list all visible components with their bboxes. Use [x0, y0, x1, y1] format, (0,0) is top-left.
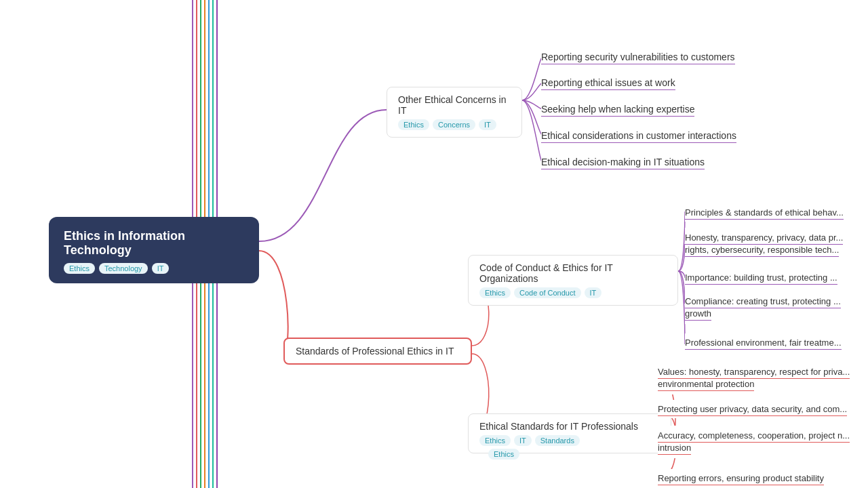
leaf-principles[interactable]: Principles & standards of ethical behav.… [685, 203, 844, 222]
leaf-compliance[interactable]: Compliance: creating trust, protecting .… [685, 291, 841, 324]
tag-standards: Standards [535, 435, 580, 446]
leaf-accuracy[interactable]: Accuracy, completeness, cooperation, pro… [658, 426, 850, 458]
leaf-text-compliance: Compliance: creating trust, protecting .… [685, 296, 841, 321]
code-conduct-tags: Ethics Code of Conduct IT [479, 287, 667, 298]
leaf-honesty[interactable]: Honesty, transparency, privacy, data pr.… [685, 228, 843, 260]
leaf-text-ethical-decision: Ethical decision-making in IT situations [541, 157, 705, 169]
root-tags: Ethics Technology IT [64, 263, 244, 274]
leaf-text-seeking-help: Seeking help when lacking expertise [541, 104, 694, 117]
leaf-text-professional: Professional environment, fair treatme..… [685, 338, 842, 350]
leaf-ethical-customer[interactable]: Ethical considerations in customer inter… [541, 126, 736, 145]
leaf-text-accuracy: Accuracy, completeness, cooperation, pro… [658, 430, 850, 455]
leaf-importance[interactable]: Importance: building trust, protecting .… [685, 268, 837, 287]
leaf-values[interactable]: Values: honesty, transparency, respect f… [658, 362, 850, 394]
leaf-text-protecting: Protecting user privacy, data security, … [658, 404, 847, 416]
tag-technology: Technology [99, 263, 148, 274]
tag-it: IT [152, 263, 170, 274]
tag-ethics-bottom: Ethics [488, 449, 519, 460]
tag-ethics-std: Ethics [479, 435, 511, 446]
bottom-tags: Ethics [488, 449, 519, 460]
node-code-conduct[interactable]: Code of Conduct & Ethics for IT Organiza… [468, 255, 678, 306]
leaf-seeking-help[interactable]: Seeking help when lacking expertise [541, 100, 694, 119]
leaf-reporting-ethical[interactable]: Reporting ethical issues at work [541, 73, 675, 92]
leaf-ethical-decision[interactable]: Ethical decision-making in IT situations [541, 152, 705, 171]
leaf-text-reporting-vuln: Reporting security vulnerabilities to cu… [541, 52, 735, 64]
tag-code-of-conduct: Code of Conduct [514, 287, 581, 298]
node-ethical-standards[interactable]: Ethical Standards for IT Professionals E… [468, 413, 671, 453]
tag-it-std: IT [514, 435, 532, 446]
other-concerns-title: Other Ethical Concerns in IT [398, 94, 511, 116]
tag-concerns: Concerns [433, 119, 475, 130]
tag-it-code: IT [585, 287, 602, 298]
other-concerns-tags: Ethics Concerns IT [398, 119, 511, 130]
leaf-text-reporting-errors: Reporting errors, ensuring product stabi… [658, 473, 824, 485]
root-node[interactable]: Ethics in Information Technology Ethics … [49, 217, 259, 283]
leaf-text-principles: Principles & standards of ethical behav.… [685, 207, 844, 220]
leaf-protecting[interactable]: Protecting user privacy, data security, … [658, 400, 847, 418]
leaf-text-importance: Importance: building trust, protecting .… [685, 272, 837, 285]
node-other-concerns[interactable]: Other Ethical Concerns in IT Ethics Conc… [387, 87, 522, 138]
ethical-standards-title: Ethical Standards for IT Professionals [479, 421, 660, 432]
leaf-reporting-errors[interactable]: Reporting errors, ensuring product stabi… [658, 469, 824, 487]
root-title: Ethics in Information Technology [64, 229, 244, 258]
ethical-standards-tags: Ethics IT Standards [479, 435, 660, 446]
tag-ethics: Ethics [64, 263, 95, 274]
node-standards-professional[interactable]: Standards of Professional Ethics in IT [283, 338, 472, 365]
standards-title: Standards of Professional Ethics in IT [296, 346, 460, 357]
leaf-text-ethical-customer: Ethical considerations in customer inter… [541, 130, 736, 143]
leaf-professional[interactable]: Professional environment, fair treatme..… [685, 333, 842, 352]
tag-it-concerns: IT [479, 119, 496, 130]
leaf-reporting-vuln[interactable]: Reporting security vulnerabilities to cu… [541, 47, 735, 66]
leaf-text-reporting-ethical: Reporting ethical issues at work [541, 77, 675, 90]
leaf-text-honesty: Honesty, transparency, privacy, data pr.… [685, 232, 843, 257]
code-conduct-title: Code of Conduct & Ethics for IT Organiza… [479, 262, 667, 284]
tag-ethics-concerns: Ethics [398, 119, 429, 130]
tag-ethics-code: Ethics [479, 287, 511, 298]
leaf-text-values: Values: honesty, transparency, respect f… [658, 367, 850, 391]
